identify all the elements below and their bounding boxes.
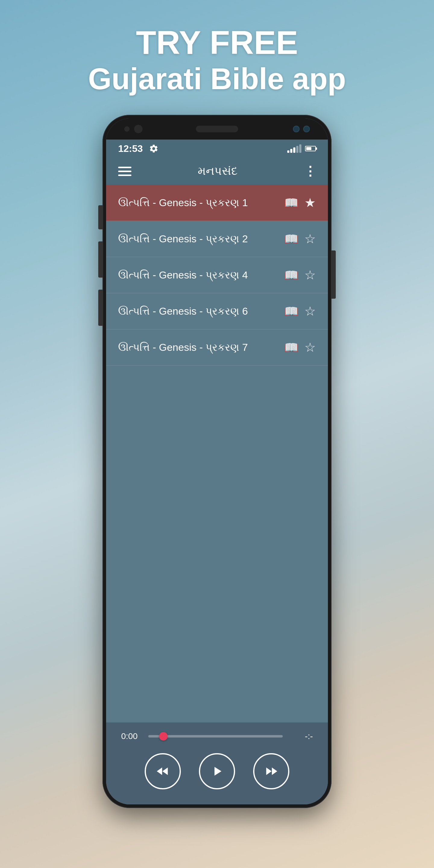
star-icon[interactable]: ☆ — [304, 304, 316, 318]
status-right — [287, 144, 316, 153]
status-left: 12:53 — [118, 143, 158, 154]
phone-frame: 12:53 — [102, 115, 332, 808]
try-free-label: TRY FREE — [88, 24, 346, 61]
play-button[interactable] — [199, 753, 235, 789]
app-toolbar: મનપસંદ ⋮ — [106, 158, 328, 185]
toolbar-title: મનપસંદ — [198, 164, 238, 178]
play-icon — [210, 764, 224, 779]
status-time: 12:53 — [118, 143, 143, 154]
book-icon: 📖 — [284, 341, 299, 354]
book-icon: 📖 — [284, 269, 299, 282]
signal-bar-2 — [290, 149, 292, 153]
battery-icon — [305, 146, 316, 151]
media-player: 0:00 -:- — [106, 722, 328, 804]
subtitle-label: Gujarati Bible app — [88, 61, 346, 97]
list-item-text: ઊત્પત્તિ - Genesis - પ્રકરણ 1 — [118, 197, 278, 209]
hamburger-line-1 — [118, 167, 131, 168]
camera-area — [124, 125, 143, 133]
power-button — [332, 250, 336, 299]
list-item[interactable]: ઊત્પત્તિ - Genesis - પ્રકરણ 2 📖 ☆ — [106, 221, 328, 257]
star-icon[interactable]: ☆ — [304, 268, 316, 282]
progress-thumb[interactable] — [159, 732, 167, 741]
volume-down-button — [98, 241, 102, 278]
signal-bar-1 — [287, 150, 289, 153]
forward-icon — [264, 764, 279, 779]
current-time-label: 0:00 — [121, 732, 142, 741]
list-item-icons: 📖 ★ — [284, 195, 316, 210]
rewind-button[interactable] — [145, 753, 181, 789]
signal-bars — [287, 144, 301, 153]
book-icon: 📖 — [284, 305, 299, 318]
list-item-text: ઊત્પત્તિ - Genesis - પ્રકરણ 7 — [118, 341, 278, 353]
silent-button — [98, 290, 102, 326]
sensor-dot-1 — [293, 126, 300, 132]
favorites-list: ઊત્પત્તિ - Genesis - પ્રકરણ 1 📖 ★ ઊત્પત્… — [106, 185, 328, 722]
book-icon: 📖 — [284, 232, 299, 246]
empty-list-area — [106, 366, 328, 722]
book-icon: 📖 — [284, 196, 299, 210]
status-bar: 12:53 — [106, 140, 328, 158]
list-item-icons: 📖 ☆ — [284, 304, 316, 318]
volume-up-button — [98, 205, 102, 229]
battery-fill — [306, 147, 311, 150]
list-item[interactable]: ઊત્પત્તિ - Genesis - પ્રકરણ 7 📖 ☆ — [106, 330, 328, 366]
list-item[interactable]: ઊત્પત્તિ - Genesis - પ્રકરણ 4 📖 ☆ — [106, 257, 328, 293]
phone-top-bar — [106, 119, 328, 140]
signal-bar-4 — [296, 146, 299, 153]
camera-dot-small — [124, 126, 130, 132]
end-time-label: -:- — [289, 732, 313, 741]
list-item[interactable]: ઊત્પત્તિ - Genesis - પ્રકરણ 1 📖 ★ — [106, 185, 328, 221]
sensors-area — [293, 126, 310, 132]
star-icon[interactable]: ☆ — [304, 231, 316, 246]
forward-button[interactable] — [253, 753, 289, 789]
camera-dot-large — [134, 125, 143, 133]
list-item-text: ઊત્પત્તિ - Genesis - પ્રકરણ 4 — [118, 269, 278, 281]
signal-bar-3 — [293, 147, 296, 153]
hamburger-menu-button[interactable] — [118, 167, 131, 176]
progress-bar-container: 0:00 -:- — [121, 732, 313, 741]
list-item[interactable]: ઊત્પત્તિ - Genesis - પ્રકરણ 6 📖 ☆ — [106, 293, 328, 330]
sensor-dot-2 — [303, 126, 310, 132]
hamburger-line-2 — [118, 170, 131, 172]
list-item-text: ઊત્પત્તિ - Genesis - પ્રકરણ 6 — [118, 305, 278, 317]
hamburger-line-3 — [118, 175, 131, 176]
progress-track[interactable] — [148, 735, 283, 738]
header-section: TRY FREE Gujarati Bible app — [88, 24, 346, 97]
rewind-icon — [155, 764, 170, 779]
more-options-button[interactable]: ⋮ — [304, 165, 316, 178]
list-item-text: ઊત્પત્તિ - Genesis - પ્રકરણ 2 — [118, 233, 278, 245]
phone-screen: 12:53 — [106, 119, 328, 804]
list-item-icons: 📖 ☆ — [284, 231, 316, 246]
star-icon[interactable]: ★ — [304, 195, 316, 210]
speaker-grille — [196, 126, 238, 132]
list-item-icons: 📖 ☆ — [284, 340, 316, 355]
list-item-icons: 📖 ☆ — [284, 268, 316, 282]
playback-controls — [121, 753, 313, 789]
signal-bar-5 — [299, 144, 301, 153]
star-icon[interactable]: ☆ — [304, 340, 316, 355]
settings-icon — [149, 144, 158, 153]
